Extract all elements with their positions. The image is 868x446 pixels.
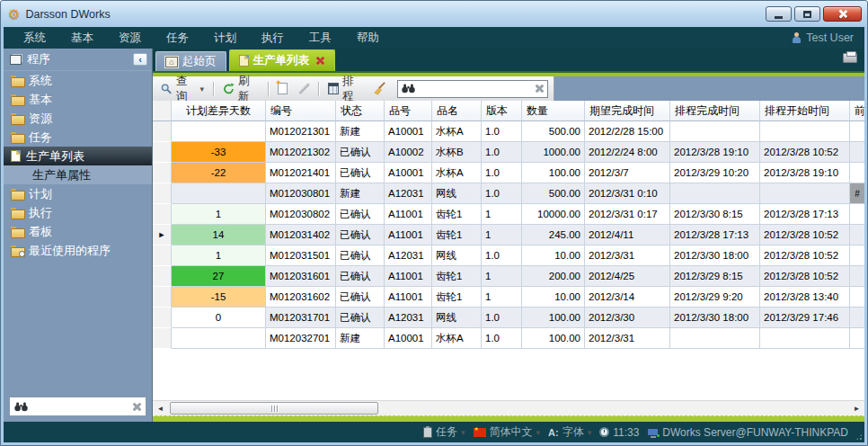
column-header-6[interactable]: 数量 (522, 101, 585, 121)
cell-diff: -22 (172, 163, 266, 183)
language-menu[interactable]: 简体中文 ▾ (474, 424, 541, 440)
column-header-5[interactable]: 版本 (482, 101, 522, 121)
column-header-9[interactable]: 排程开始时间 (760, 101, 850, 121)
clean-button[interactable] (370, 80, 389, 97)
minimize-button[interactable] (766, 6, 792, 22)
table-cell-overflow (850, 287, 864, 308)
column-header-3[interactable]: 品号 (385, 101, 432, 121)
row-selector[interactable] (153, 142, 172, 163)
table-row[interactable]: M012030801新建A12031网线1.0500.002012/3/31 0… (153, 183, 864, 204)
scroll-right-arrow[interactable]: ► (849, 401, 864, 415)
row-selector[interactable] (153, 163, 172, 183)
sidebar-item-3[interactable]: 任务 (4, 128, 152, 147)
table-cell: 2012/3/14 (585, 287, 670, 308)
table-cell-overflow (850, 142, 864, 163)
table-cell: M012021302 (266, 142, 336, 163)
cell-diff: 14 (172, 225, 266, 245)
sidebar-item-6[interactable]: 计划 (4, 184, 152, 203)
tab-1[interactable]: 生产单列表 (229, 49, 336, 71)
row-selector[interactable]: ► (153, 225, 172, 245)
clipboard-icon (423, 427, 432, 438)
scroll-left-arrow[interactable]: ◄ (153, 401, 168, 415)
sidebar-item-4[interactable]: 生产单列表 (4, 147, 152, 165)
table-row[interactable]: -15M012031602已确认A11001齿轮1110.002012/3/14… (153, 287, 864, 308)
table-row[interactable]: M012032701新建A10001水杯A1.0100.002012/3/31 (153, 328, 864, 349)
maximize-button[interactable] (794, 6, 820, 22)
china-flag-icon (474, 428, 486, 437)
sidebar-item-1[interactable]: 基本 (4, 90, 152, 109)
menu-item-5[interactable]: 执行 (249, 27, 297, 49)
close-button[interactable] (823, 6, 862, 22)
edit-button[interactable] (295, 81, 312, 96)
table-row[interactable]: 1M012030802已确认A11001齿轮1110000.002012/3/3… (153, 204, 864, 225)
horizontal-scrollbar[interactable]: ◄ ► (153, 400, 864, 415)
table-cell: 已确认 (336, 287, 385, 308)
cell-diff: 1 (172, 204, 266, 225)
tab-0[interactable]: ⌂起始页 (155, 51, 226, 71)
column-header-0[interactable]: 计划差异天数 (172, 101, 266, 121)
table-cell: 2012/3/28 10:52 (760, 142, 850, 163)
column-header-8[interactable]: 排程完成时间 (670, 101, 760, 121)
row-selector[interactable] (153, 245, 172, 266)
table-row[interactable]: -33M012021302已确认A10002水杯B1.01000.002012/… (153, 142, 864, 163)
column-header-10[interactable]: 前 (850, 101, 864, 121)
row-selector[interactable] (153, 308, 172, 328)
table-cell: A10001 (385, 163, 432, 183)
program-icon (10, 55, 22, 65)
table-row[interactable]: 1M012031501已确认A12031网线1.010.002012/3/312… (153, 245, 864, 266)
toolbar-search-clear-icon[interactable] (534, 84, 544, 94)
row-selector[interactable] (153, 287, 172, 308)
table-row[interactable]: M012021301新建A10001水杯A1.0500.002012/2/28 … (153, 121, 864, 142)
folder-icon (11, 94, 23, 104)
sidebar-collapse-button[interactable]: ‹ (133, 53, 147, 66)
row-selector[interactable] (153, 204, 172, 225)
column-header-1[interactable]: 编号 (266, 101, 336, 121)
table-row[interactable]: 27M012031601已确认A11001齿轮11200.002012/4/25… (153, 266, 864, 287)
table-cell: 已确认 (336, 163, 385, 183)
table-row[interactable]: 0M012031701已确认A12031网线1.0100.002012/3/30… (153, 308, 864, 328)
refresh-icon (223, 83, 235, 95)
sidebar-search-clear-icon[interactable] (131, 402, 141, 412)
scrollbar-thumb[interactable] (170, 402, 378, 415)
column-header-7[interactable]: 期望完成时间 (585, 101, 670, 121)
new-document-icon (278, 83, 288, 94)
menu-item-3[interactable]: 任务 (154, 27, 201, 49)
app-window: ⚙ Darsson DWorks 系统基本资源任务计划执行工具帮助 Test U… (0, 0, 868, 446)
table-row[interactable]: -22M012021401已确认A10001水杯A1.0100.002012/3… (153, 163, 864, 183)
new-button[interactable] (275, 81, 290, 96)
sidebar-item-8[interactable]: 看板 (4, 222, 152, 241)
sidebar-item-7[interactable]: 执行 (4, 203, 152, 222)
sidebar-item-0[interactable]: 系统 (4, 71, 152, 90)
row-selector[interactable] (153, 266, 172, 287)
menu-item-1[interactable]: 基本 (58, 27, 106, 49)
sidebar-search-input[interactable] (32, 400, 127, 413)
column-header-4[interactable]: 品名 (432, 101, 482, 121)
task-menu[interactable]: 任务 ▾ (423, 424, 465, 440)
user-box[interactable]: Test User (792, 31, 857, 44)
table-cell: 10.00 (522, 287, 585, 308)
table-row[interactable]: ►14M012031402已确认A11001齿轮11245.002012/4/1… (153, 225, 864, 245)
table-cell: 2012/3/29 8:15 (670, 266, 760, 287)
column-header-2[interactable]: 状态 (336, 101, 385, 121)
table-cell-overflow (850, 328, 864, 349)
document-icon (239, 55, 249, 67)
sidebar-item-5[interactable]: 生产单属性 (4, 165, 152, 184)
printer-icon[interactable] (843, 53, 857, 63)
row-selector[interactable] (153, 328, 172, 349)
menu-item-2[interactable]: 资源 (106, 27, 154, 49)
cell-diff (172, 328, 266, 349)
sidebar-item-2[interactable]: 资源 (4, 109, 152, 128)
row-selector[interactable] (153, 183, 172, 204)
sidebar-item-9[interactable]: 最近使用的程序 (4, 241, 152, 260)
menu-item-6[interactable]: 工具 (297, 27, 344, 49)
menu-item-7[interactable]: 帮助 (344, 27, 392, 49)
window-title: Darsson DWorks (25, 8, 110, 21)
tab-close-icon[interactable] (315, 56, 325, 66)
table-cell: A10001 (385, 121, 432, 142)
row-selector[interactable] (153, 121, 172, 142)
folder-icon (11, 189, 23, 199)
menu-item-0[interactable]: 系统 (11, 27, 58, 49)
menu-item-4[interactable]: 计划 (201, 27, 249, 49)
toolbar-search-input[interactable] (419, 83, 530, 95)
font-menu[interactable]: A: 字体 ▾ (548, 424, 591, 440)
